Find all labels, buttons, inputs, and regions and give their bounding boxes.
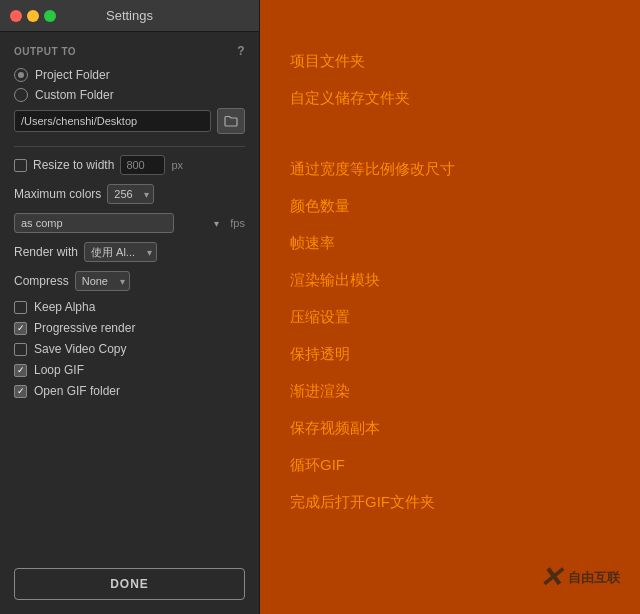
- annotation-resize: 通过宽度等比例修改尺寸: [290, 158, 620, 179]
- fps-unit: fps: [230, 217, 245, 229]
- colors-label: Maximum colors: [14, 187, 101, 201]
- compress-select[interactable]: None LZW: [75, 271, 130, 291]
- watermark: ✕ 自由互联: [539, 561, 620, 594]
- watermark-x-icon: ✕: [539, 561, 562, 594]
- save-video-item[interactable]: Save Video Copy: [14, 342, 245, 356]
- save-video-label: Save Video Copy: [34, 342, 127, 356]
- annotation-fps: 帧速率: [290, 232, 620, 253]
- open-folder-label: Open GIF folder: [34, 384, 120, 398]
- render-select[interactable]: 使用 Al...: [84, 242, 157, 262]
- resize-value-input[interactable]: [120, 155, 165, 175]
- annotation-alpha: 保持透明: [290, 343, 620, 364]
- compress-label: Compress: [14, 274, 69, 288]
- annotation-save-video: 保存视频副本: [290, 417, 620, 438]
- progressive-checkbox[interactable]: [14, 322, 27, 335]
- annotation-custom-folder: 自定义储存文件夹: [290, 87, 620, 108]
- keep-alpha-checkbox[interactable]: [14, 301, 27, 314]
- project-folder-label: Project Folder: [35, 68, 110, 82]
- keep-alpha-item[interactable]: Keep Alpha: [14, 300, 245, 314]
- open-folder-checkbox[interactable]: [14, 385, 27, 398]
- minimize-button[interactable]: [27, 10, 39, 22]
- loop-gif-item[interactable]: Loop GIF: [14, 363, 245, 377]
- annotation-project-folder: 项目文件夹: [290, 50, 620, 71]
- project-folder-option[interactable]: Project Folder: [14, 68, 245, 82]
- done-button[interactable]: DONE: [14, 568, 245, 600]
- title-bar: Settings: [0, 0, 259, 32]
- annotation-open-folder: 完成后打开GIF文件夹: [290, 491, 620, 512]
- open-folder-item[interactable]: Open GIF folder: [14, 384, 245, 398]
- custom-folder-radio[interactable]: [14, 88, 28, 102]
- folder-browse-button[interactable]: [217, 108, 245, 134]
- keep-alpha-label: Keep Alpha: [34, 300, 95, 314]
- resize-label: Resize to width: [33, 158, 114, 172]
- render-label: Render with: [14, 245, 78, 259]
- annotation-colors: 颜色数量: [290, 195, 620, 216]
- progressive-item[interactable]: Progressive render: [14, 321, 245, 335]
- help-icon[interactable]: ?: [237, 44, 245, 58]
- folder-path-input[interactable]: [14, 110, 211, 132]
- custom-folder-option[interactable]: Custom Folder: [14, 88, 245, 102]
- output-section-header: OUTPUT TO: [14, 46, 76, 57]
- right-panel: 项目文件夹 自定义储存文件夹 通过宽度等比例修改尺寸 颜色数量 帧速率 渲染输出…: [260, 0, 640, 614]
- project-folder-radio[interactable]: [14, 68, 28, 82]
- maximize-button[interactable]: [44, 10, 56, 22]
- loop-gif-label: Loop GIF: [34, 363, 84, 377]
- progressive-label: Progressive render: [34, 321, 135, 335]
- loop-gif-checkbox[interactable]: [14, 364, 27, 377]
- annotation-render: 渲染输出模块: [290, 269, 620, 290]
- watermark-text: 自由互联: [568, 569, 620, 587]
- annotation-progressive: 渐进渲染: [290, 380, 620, 401]
- custom-folder-label: Custom Folder: [35, 88, 114, 102]
- colors-select[interactable]: 256 128 64: [107, 184, 154, 204]
- close-button[interactable]: [10, 10, 22, 22]
- save-video-checkbox[interactable]: [14, 343, 27, 356]
- fps-select[interactable]: as comp 24 30: [14, 213, 174, 233]
- annotation-compress: 压缩设置: [290, 306, 620, 327]
- window-title: Settings: [106, 8, 153, 23]
- annotation-loop: 循环GIF: [290, 454, 620, 475]
- resize-unit: px: [171, 159, 183, 171]
- resize-checkbox[interactable]: [14, 159, 27, 172]
